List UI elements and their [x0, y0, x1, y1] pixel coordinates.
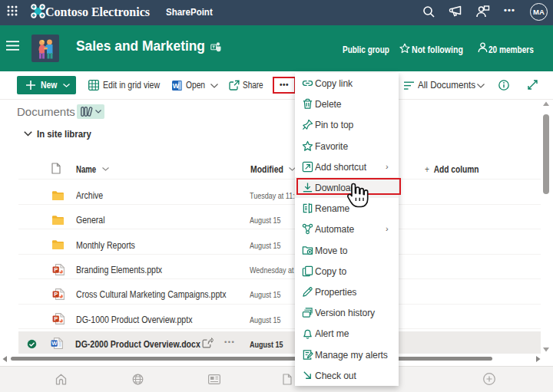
svg-text:P: P [54, 266, 58, 273]
svg-text:W: W [173, 82, 180, 90]
svg-text:P: P [54, 315, 58, 322]
svg-text:P: P [54, 291, 58, 298]
svg-text:W: W [51, 340, 58, 347]
